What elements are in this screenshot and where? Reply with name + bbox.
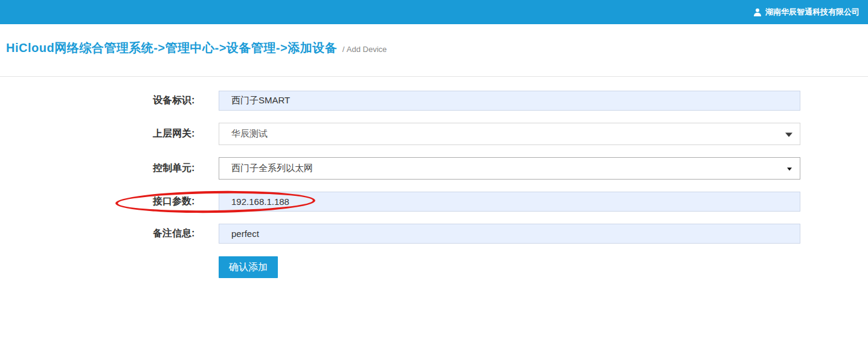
caret-down-icon [785,132,792,137]
header: HiCloud网络综合管理系统->管理中心->设备管理->添加设备 / Add … [0,24,868,77]
user-icon [753,8,762,16]
interface-params-label: 接口参数: [153,195,219,208]
form-row-remark: 备注信息: [0,224,868,244]
interface-params-input[interactable] [219,192,800,212]
page-title: HiCloud网络综合管理系统->管理中心->设备管理->添加设备 [6,41,337,54]
company-name: 湖南华辰智通科技有限公司 [765,7,860,18]
control-unit-select[interactable]: 西门子全系列以太网 [219,157,800,180]
gateway-selected-value: 华辰测试 [231,128,268,140]
device-id-input[interactable] [219,91,800,111]
gateway-select[interactable]: 华辰测试 [219,123,800,145]
caret-down-icon [787,167,792,170]
page-subtitle: / Add Device [342,45,387,54]
topbar: 湖南华辰智通科技有限公司 [0,0,868,24]
form-row-control-unit: 控制单元: 西门子全系列以太网 [0,157,868,180]
control-unit-selected-value: 西门子全系列以太网 [231,163,313,174]
remark-label: 备注信息: [153,227,219,240]
device-id-label: 设备标识: [153,94,219,107]
add-device-form: 设备标识: 上层网关: 华辰测试 控制单元: 西门子全系列以太网 接口参数: 备… [0,77,868,278]
account-menu[interactable]: 湖南华辰智通科技有限公司 [753,7,860,18]
form-row-interface-params: 接口参数: [0,192,868,212]
gateway-label: 上层网关: [153,128,219,140]
form-row-device-id: 设备标识: [0,91,868,111]
page: 湖南华辰智通科技有限公司 HiCloud网络综合管理系统->管理中心->设备管理… [0,0,868,347]
remark-input[interactable] [219,224,800,244]
form-row-gateway: 上层网关: 华辰测试 [0,123,868,145]
control-unit-label: 控制单元: [153,162,219,175]
submit-row: 确认添加 [0,256,868,278]
confirm-add-button[interactable]: 确认添加 [219,256,278,278]
